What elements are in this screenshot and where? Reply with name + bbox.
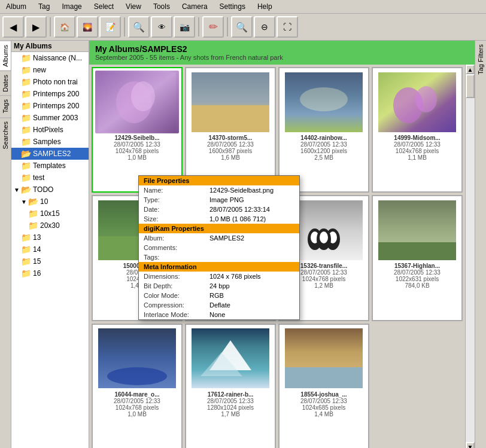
photo-cell-14999[interactable]: 14999-Midsom... 28/07/2005 12:33 1024x76… (372, 67, 463, 193)
fullscreen-button[interactable]: ⛶ (277, 16, 298, 38)
tree-label: Printemps 200 (33, 90, 79, 98)
tree-item-hotpixels[interactable]: 📁 HotPixels (11, 124, 89, 136)
photo-cell-17612[interactable]: 17612-rainer-b... 28/07/2005 12:33 1280x… (185, 324, 276, 448)
tree-label: Printemps 200 (33, 102, 79, 110)
photo-date-18554: 28/07/2005 12:33 (300, 398, 347, 404)
photo-date-15326: 28/07/2005 12:33 (300, 269, 347, 276)
photo-thumb-14370 (189, 71, 272, 133)
photo-cell-15367[interactable]: 15367-Highlan... 28/07/2005 12:33 1022x6… (372, 195, 463, 321)
tree-item-printemps1[interactable]: 📁 Printemps 200 (11, 88, 89, 100)
tab-tags[interactable]: Tags (0, 95, 11, 117)
photo-cell-16044[interactable]: 16044-mare_o... 28/07/2005 12:33 1024x76… (92, 324, 183, 448)
tree-label: SAMPLES2 (33, 150, 71, 158)
tab-dates[interactable]: Dates (0, 71, 11, 96)
popup-value-tags (209, 254, 294, 261)
tree-label: Naissance (N... (33, 54, 82, 62)
tree-item-10[interactable]: ▼ 📂 10 (11, 196, 89, 208)
right-scrollbar[interactable]: ▲ ▼ (465, 65, 475, 448)
photo-size-15367: 784,0 KB (405, 282, 429, 289)
menu-camera[interactable]: Camera (178, 1, 211, 12)
menu-select[interactable]: Select (90, 1, 117, 12)
menu-help[interactable]: Help (254, 1, 276, 12)
toggle-icon[interactable]: ▼ (14, 187, 21, 193)
tree-item-15[interactable]: 📁 15 (11, 255, 89, 267)
popup-value-album: SAMPLES2 (209, 234, 294, 242)
album-header: My Albums/SAMPLES2 September 2005 - 55 i… (89, 41, 475, 65)
albums-button[interactable]: 🏠 (54, 16, 75, 38)
tree-item-samples[interactable]: 📁 Samples (11, 136, 89, 148)
photo-cell-18554[interactable]: 18554-joshua_... 28/07/2005 12:33 1024x6… (278, 324, 369, 448)
album-tree[interactable]: 📁 Naissance (N... 📁 new 📁 Photo non trai… (11, 52, 89, 448)
photo-name-18554: 18554-joshua_... (282, 391, 366, 398)
tree-item-13[interactable]: 📁 13 (11, 231, 89, 243)
photo-thumb-12429 (95, 71, 179, 133)
folder-icon: 📁 (21, 125, 31, 135)
tree-item-printemps2[interactable]: 📁 Printemps 200 (11, 100, 89, 112)
tree-label: 10x15 (40, 209, 60, 218)
folder-icon: 📁 (21, 113, 31, 123)
photo-size-16044: 1,0 MB (127, 411, 147, 417)
preview-button[interactable]: 👁 (151, 16, 172, 38)
menu-album[interactable]: Album (2, 1, 30, 12)
back-button[interactable]: ◀ (2, 16, 24, 38)
zoom-in-button[interactable]: 🔍 (128, 16, 150, 38)
photo-cell-14402[interactable]: 14402-rainbow... 28/07/2005 12:33 1600x1… (278, 67, 369, 193)
scroll-thumb[interactable] (466, 74, 475, 98)
menu-tools[interactable]: Tools (150, 1, 174, 12)
photo-dims-14402: 1600x1200 pixels (300, 148, 347, 154)
menu-tag[interactable]: Tag (35, 1, 53, 12)
tree-item-templates[interactable]: 📁 Templates (11, 160, 89, 172)
scroll-up-button[interactable]: ▲ (466, 65, 475, 74)
photo-name-14402: 14402-rainbow... (282, 135, 366, 141)
popup-row-interlace: Interlace Mode: None (139, 310, 299, 319)
menu-settings[interactable]: Settings (216, 1, 249, 12)
photo-cell-12429[interactable]: 12429-Seibelb... 28/07/2005 12:33 1024x7… (92, 67, 183, 193)
zoom-out-button[interactable]: ⊖ (254, 16, 275, 38)
image-view-button[interactable]: 🌄 (77, 16, 98, 38)
popup-value-type: Image PNG (209, 196, 294, 203)
tab-albums[interactable]: Albums (0, 41, 11, 71)
tree-item-summer2003[interactable]: 📁 Summer 2003 (11, 112, 89, 124)
tag-filters-label[interactable]: Tag Filters (475, 41, 486, 78)
tree-item-10x15[interactable]: 📁 10x15 (11, 208, 89, 220)
menu-image[interactable]: Image (58, 1, 85, 12)
edit-image-button[interactable]: 📝 (99, 16, 121, 38)
photo-thumb-15367 (375, 199, 459, 261)
tree-item-photo-non-trai[interactable]: 📁 Photo non trai (11, 76, 89, 88)
forward-button[interactable]: ▶ (25, 16, 47, 38)
tree-item-20x30[interactable]: 📁 20x30 (11, 220, 89, 231)
folder-icon: 📁 (21, 77, 31, 87)
photo-name-12429: 12429-Seibelb... (95, 135, 179, 141)
tree-item-test[interactable]: 📁 test (11, 172, 89, 184)
tree-item-new[interactable]: 📁 new (11, 64, 89, 76)
pencil-button[interactable]: ✏ (202, 16, 224, 38)
svg-rect-30 (285, 367, 363, 388)
folder-icon: 📂 (21, 185, 31, 194)
popup-value-compression: Deflate (209, 301, 294, 309)
photo-name-16044: 16044-mare_o... (95, 391, 179, 398)
tree-label: 13 (33, 233, 41, 242)
tab-searches[interactable]: Searches (0, 117, 11, 153)
popup-row-comments: Comments: (139, 243, 299, 252)
tree-item-14[interactable]: 📁 14 (11, 243, 89, 255)
tree-item-todo[interactable]: ▼ 📂 TODO (11, 184, 89, 196)
folder-icon: 📁 (21, 101, 31, 111)
tree-label: 16 (33, 269, 41, 278)
toolbar: ◀ ▶ 🏠 🌄 📝 🔍 👁 📷 ✏ 🔍 ⊖ ⛶ (0, 14, 486, 41)
photo-date-15367: 28/07/2005 12:33 (394, 269, 441, 276)
scroll-track[interactable] (466, 74, 475, 442)
search-button[interactable]: 🔍 (231, 16, 253, 38)
photo-date-14402: 28/07/2005 12:33 (300, 141, 347, 148)
photo-size-18554: 1,4 MB (314, 411, 333, 417)
popup-label-size: Size: (144, 215, 209, 223)
menu-view[interactable]: View (122, 1, 145, 12)
toggle-icon[interactable]: ▼ (21, 199, 28, 205)
tree-item-naissance[interactable]: 📁 Naissance (N... (11, 52, 89, 64)
photo-cell-14370[interactable]: 14370-storm5... 28/07/2005 12:33 1600x98… (185, 67, 276, 193)
tree-item-16[interactable]: 📁 16 (11, 267, 89, 279)
scroll-down-button[interactable]: ▼ (466, 442, 475, 448)
tree-item-samples2[interactable]: 📂 SAMPLES2 (11, 148, 89, 160)
photo-grid[interactable]: 12429-Seibelb... 28/07/2005 12:33 1024x7… (89, 65, 465, 448)
tree-label: Templates (33, 161, 66, 170)
camera-download-button[interactable]: 📷 (174, 16, 195, 38)
